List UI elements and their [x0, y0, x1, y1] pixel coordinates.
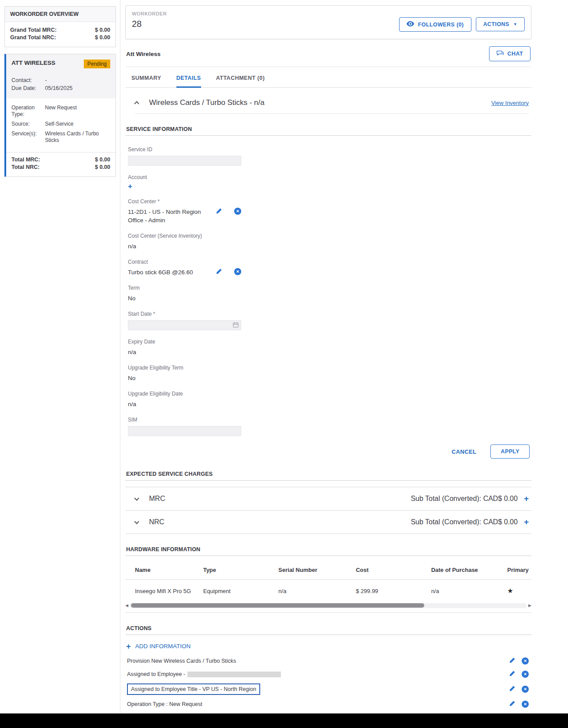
delete-icon[interactable]: ✕: [522, 657, 529, 665]
workorder-header-card: WORKORDER 28 FOLLOWERS (0) ACTIONS ▼: [125, 5, 531, 39]
delete-icon[interactable]: ✕: [522, 686, 529, 693]
provider-card[interactable]: ATT WIRELESS Pending Contact: - Due Date…: [4, 54, 116, 177]
tab-bar: SUMMARY DETAILS ATTACHMENT (0): [125, 67, 531, 88]
add-information-button[interactable]: + ADD INFORMATION: [126, 643, 531, 650]
hw-col-type: Type: [201, 559, 276, 580]
add-account-button[interactable]: +: [128, 182, 132, 190]
workorder-number: 28: [132, 19, 167, 29]
scroll-left-icon[interactable]: ◀: [125, 603, 128, 608]
nrc-subtotal: Sub Total (Converted): CAD$ 0.00: [411, 518, 518, 526]
edit-icon[interactable]: [509, 685, 516, 693]
followers-label: FOLLOWERS (0): [418, 22, 464, 28]
overview-title: WORKORDER OVERVIEW: [5, 7, 116, 22]
hw-col-name: Name: [125, 559, 201, 580]
sim-input[interactable]: [128, 426, 241, 436]
edit-icon[interactable]: [509, 670, 516, 678]
total-mrc-label: Total MRC:: [11, 156, 40, 164]
scroll-right-icon[interactable]: ▶: [528, 603, 531, 608]
scrollbar-track[interactable]: [130, 603, 527, 608]
edit-contract-icon[interactable]: [216, 268, 222, 276]
action-row-employee-title: Assigned to Employee Title - VP US - Nor…: [125, 682, 531, 696]
cost-center-value: 11-2D1 - US - North Region Office - Admi…: [128, 208, 204, 224]
main-content: WORKORDER 28 FOLLOWERS (0) ACTIONS ▼ Att…: [120, 0, 531, 728]
add-nrc-charge-button[interactable]: +: [524, 517, 529, 527]
operation-type-label: Operation Type:: [11, 105, 45, 118]
workorder-overview-card: WORKORDER OVERVIEW Grand Total MRC: $ 0.…: [4, 6, 116, 47]
grand-total-mrc-value: $ 0.00: [95, 26, 110, 34]
cancel-button[interactable]: CANCEL: [449, 448, 479, 455]
edit-icon[interactable]: [509, 700, 516, 708]
operation-type-value: New Request: [45, 105, 110, 118]
chevron-down-icon: ▼: [513, 22, 517, 26]
start-date-label: Start Date *: [128, 311, 313, 317]
service-group-title: Wireless Cards / Turbo Sticks - n/a: [149, 98, 265, 107]
calendar-icon[interactable]: [233, 322, 239, 329]
service-information-header: SERVICE INFORMATION: [125, 126, 531, 136]
hw-type: Equipment: [201, 580, 276, 602]
edit-cost-center-icon[interactable]: [216, 208, 222, 216]
nrc-label: NRC: [149, 518, 164, 526]
horizontal-scrollbar[interactable]: ◀ ▶: [125, 603, 531, 608]
services-row: Service(s): Wireless Cards / Turbo Stick…: [11, 131, 110, 144]
delete-icon[interactable]: ✕: [522, 701, 529, 708]
cost-center-inventory-value: n/a: [128, 243, 136, 250]
mrc-chevron-icon[interactable]: [134, 496, 139, 500]
scrollbar-thumb[interactable]: [131, 603, 424, 608]
edit-icon[interactable]: [509, 657, 516, 665]
tab-attachment[interactable]: ATTACHMENT (0): [216, 75, 265, 87]
hw-col-cost: Cost: [353, 559, 429, 580]
apply-button[interactable]: APPLY: [490, 444, 530, 459]
view-inventory-link[interactable]: View Inventory: [491, 100, 529, 106]
action-row-operation-type: Operation Type : New Request ✕: [125, 699, 531, 709]
upgrade-term-label: Upgrade Eligibility Term: [128, 365, 313, 371]
source-row: Source: Self-Service: [11, 121, 110, 127]
tab-details[interactable]: DETAILS: [176, 75, 201, 88]
status-badge: Pending: [84, 60, 110, 68]
grand-total-nrc-label: Grand Total NRC:: [10, 34, 56, 41]
contract-label: Contract: [128, 259, 313, 265]
source-label: Source:: [11, 121, 45, 127]
hardware-information-header: HARDWARE INFORMATION: [125, 546, 531, 556]
eye-icon: [407, 21, 414, 28]
remove-contract-icon[interactable]: ✕: [234, 268, 241, 275]
actions-label: ACTIONS: [483, 21, 509, 27]
chat-button[interactable]: CHAT: [489, 46, 531, 61]
total-nrc-value: $ 0.00: [95, 164, 110, 171]
grand-total-nrc-row: Grand Total NRC: $ 0.00: [10, 34, 110, 41]
collapse-chevron-icon[interactable]: [134, 101, 139, 106]
followers-button[interactable]: FOLLOWERS (0): [399, 17, 471, 32]
hw-col-serial: Serial Number: [276, 559, 353, 580]
due-date-label: Due Date:: [11, 84, 45, 92]
nrc-chevron-icon[interactable]: [134, 519, 139, 524]
service-id-label: Service ID: [128, 146, 313, 153]
hardware-table: Name Type Serial Number Cost Date of Pur…: [125, 559, 531, 602]
service-id-input[interactable]: [128, 156, 241, 166]
tab-summary[interactable]: SUMMARY: [131, 75, 161, 87]
mrc-label: MRC: [149, 495, 165, 503]
remove-cost-center-icon[interactable]: ✕: [234, 208, 241, 215]
delete-icon[interactable]: ✕: [522, 671, 529, 678]
services-label: Service(s):: [11, 131, 45, 144]
expiry-date-label: Expiry Date: [128, 339, 313, 345]
provider-card-title: ATT WIRELESS: [11, 60, 56, 66]
provider-name: Att Wireless: [126, 51, 161, 57]
contact-value: -: [45, 76, 110, 84]
total-mrc-value: $ 0.00: [95, 156, 110, 164]
action-row-provision: Provision New Wireless Cards / Turbo Sti…: [125, 656, 531, 666]
due-date-row: Due Date: 05/16/2025: [11, 84, 110, 92]
primary-star-icon: ★: [507, 587, 513, 594]
cost-center-inventory-label: Cost Center (Service Inventory): [128, 233, 313, 239]
actions-button[interactable]: ACTIONS ▼: [476, 17, 525, 31]
start-date-input[interactable]: [128, 320, 241, 330]
actions-section-header: ACTIONS: [125, 625, 531, 635]
hw-name: Inseego Mifi X Pro 5G: [125, 580, 201, 602]
grand-total-mrc-label: Grand Total MRC:: [10, 26, 56, 34]
hw-purchase-date: n/a: [429, 580, 505, 602]
hardware-row[interactable]: Inseego Mifi X Pro 5G Equipment n/a $ 29…: [125, 580, 531, 602]
due-date-value: 05/16/2025: [45, 84, 110, 92]
upgrade-date-value: n/a: [128, 401, 136, 407]
grand-total-mrc-row: Grand Total MRC: $ 0.00: [10, 26, 110, 34]
upgrade-term-value: No: [128, 375, 135, 381]
add-mrc-charge-button[interactable]: +: [524, 494, 529, 504]
mrc-charge-row: MRC Sub Total (Converted): CAD$ 0.00 +: [125, 487, 531, 511]
